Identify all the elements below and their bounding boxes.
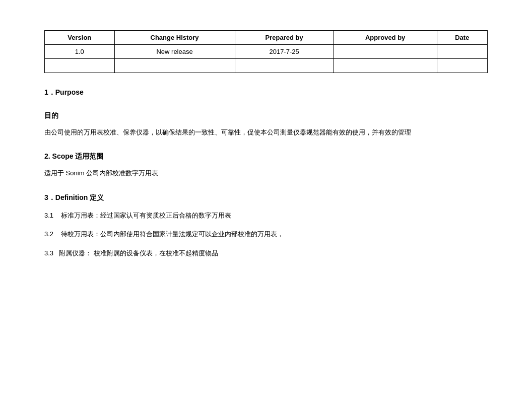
cell-change-history-2 [114, 59, 235, 73]
section-1-heading: 1．Purpose [44, 88, 488, 97]
cell-approved-by-2 [334, 59, 437, 73]
subsection-label-31: 3.1 [44, 212, 53, 219]
cell-version-1: 1.0 [45, 45, 115, 59]
col-header-version: Version [45, 31, 115, 45]
cell-prepared-by-2 [235, 59, 334, 73]
cell-prepared-by-1: 2017-7-25 [235, 45, 334, 59]
col-header-prepared-by: Prepared by [235, 31, 334, 45]
col-header-approved-by: Approved by [334, 31, 437, 45]
section-1: 1．Purpose 目的 由公司使用的万用表校准、保养仪器，以确保结果的一致性、… [44, 88, 488, 138]
cell-change-history-1: New release [114, 45, 235, 59]
cell-date-1 [437, 45, 487, 59]
subsection-text-32: 待校万用表：公司内部使用符合国家计量法规定可以企业内部校准的万用表， [61, 230, 284, 238]
section-2-heading: 2. Scope 适用范围 [44, 152, 488, 161]
section-2: 2. Scope 适用范围 适用于 Sonim 公司内部校准数字万用表 [44, 152, 488, 179]
subsection-label-33: 3.3 [44, 249, 53, 257]
section-3-sub-1: 3.1 标准万用表：经过国家认可有资质校正后合格的数字万用表 [44, 210, 488, 221]
section-3-sub-2: 3.2 待校万用表：公司内部使用符合国家计量法规定可以企业内部校准的万用表， [44, 228, 488, 240]
table-row: 1.0 New release 2017-7-25 [45, 45, 488, 59]
section-1-content: 由公司使用的万用表校准、保养仪器，以确保结果的一致性、可靠性，促使本公司测量仪器… [44, 126, 488, 138]
col-header-date: Date [437, 31, 487, 45]
section-3: 3．Definition 定义 3.1 标准万用表：经过国家认可有资质校正后合格… [44, 193, 488, 259]
cell-version-2 [45, 59, 115, 73]
subsection-text-31: 标准万用表：经过国家认可有资质校正后合格的数字万用表 [61, 212, 231, 219]
section-3-sub-3: 3.3 附属仪器： 校准附属的设备仪表，在校准不起精度物品 [44, 247, 488, 259]
section-3-heading: 3．Definition 定义 [44, 193, 488, 202]
version-table: Version Change History Prepared by Appro… [44, 30, 488, 73]
table-row [45, 59, 488, 73]
section-1-subheading: 目的 [44, 111, 488, 120]
subsection-label-32: 3.2 [44, 230, 53, 238]
cell-approved-by-1 [334, 45, 437, 59]
subsection-text-33: 附属仪器： 校准附属的设备仪表，在校准不起精度物品 [59, 249, 218, 257]
cell-date-2 [437, 59, 487, 73]
section-2-content: 适用于 Sonim 公司内部校准数字万用表 [44, 167, 488, 179]
col-header-change-history: Change History [114, 31, 235, 45]
